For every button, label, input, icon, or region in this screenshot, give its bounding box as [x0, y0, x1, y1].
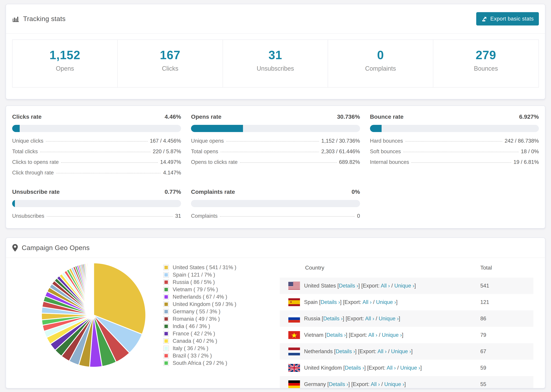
legend-item-russia[interactable]: Russia ( 86 / 5% ) [163, 279, 236, 286]
export-all-link[interactable]: All › [377, 348, 387, 354]
legend-item-netherlands[interactable]: Netherlands ( 67 / 4% ) [163, 293, 236, 301]
export-all-link[interactable]: All › [371, 381, 380, 387]
legend-item-romania[interactable]: Romania ( 49 / 3% ) [163, 315, 236, 322]
legend-item-spain[interactable]: Spain ( 121 / 7% ) [163, 271, 236, 279]
legend-swatch [163, 324, 169, 329]
legend-item-united-kingdom[interactable]: United Kingdom ( 59 / 3% ) [163, 301, 236, 308]
geo-country-table: Country Total United States [Details ›] … [280, 258, 533, 388]
export-all-link[interactable]: All › [365, 315, 374, 322]
stat-cell-bounces: 279 Bounces [433, 40, 538, 87]
country-cell: United Kingdom [Details ›] [Export: All … [304, 365, 480, 371]
rate-row: Internal bounces 19 / 6.81% [370, 159, 539, 165]
stat-cell-unsubscribes: 31 Unsubscribes [223, 40, 328, 87]
geo-body: United States ( 541 / 31% ) Spain ( 121 … [6, 258, 545, 388]
legend-item-india[interactable]: India ( 46 / 3% ) [163, 322, 236, 330]
export-unique-link[interactable]: Unique › [382, 332, 402, 338]
rate-progress-fill [370, 125, 381, 132]
export-unique-link[interactable]: Unique › [391, 348, 411, 354]
pie-slice-other[interactable] [93, 263, 94, 315]
dotted-leader [220, 216, 354, 217]
total-cell: 86 [480, 315, 533, 322]
export-unique-link[interactable]: Unique › [384, 381, 404, 387]
stat-cell-clicks: 167 Clicks [118, 40, 223, 87]
de-flag-icon [280, 380, 300, 388]
legend-item-germany[interactable]: Germany ( 55 / 3% ) [163, 308, 236, 315]
bar-chart-icon [12, 15, 19, 22]
table-row-russia: Russia [Details ›] [Export: All › / Uniq… [280, 310, 533, 327]
export-all-link[interactable]: All › [387, 365, 396, 371]
rate-row-label: Unique opens [191, 138, 224, 144]
total-cell: 67 [480, 348, 533, 355]
dotted-leader [40, 152, 150, 152]
export-unique-link[interactable]: Unique › [376, 299, 396, 305]
es-flag-icon [280, 298, 300, 306]
stat-cell-complaints: 0 Complaints [328, 40, 433, 87]
rate-block-opens-rate: Opens rate 30.736% Unique opens [191, 113, 360, 176]
rate-title-row: Complaints rate 0% [191, 189, 360, 195]
rate-row: Unique clicks 167 / 4.456% [12, 138, 181, 144]
details-link[interactable]: Details › [321, 299, 340, 305]
rate-row: Complaints 0 [191, 213, 360, 219]
legend-item-united-states[interactable]: United States ( 541 / 31% ) [163, 264, 236, 271]
legend-label: United Kingdom ( 59 / 3% ) [173, 301, 236, 307]
rate-row: Opens to clicks rate 689.82% [191, 159, 360, 165]
stat-label: Clicks [162, 65, 178, 72]
details-link[interactable]: Details › [323, 315, 343, 322]
rate-title-row: Bounce rate 6.927% [370, 113, 539, 120]
rate-rows: Unique clicks 167 / 4.456% Total clicks … [12, 138, 181, 176]
rate-rows: Hard bounces 242 / 86.738% Soft bounces … [370, 138, 539, 165]
export-unique-link[interactable]: Unique › [394, 283, 414, 289]
rate-row-label: Internal bounces [370, 159, 409, 165]
legend-item-italy[interactable]: Italy ( 36 / 2% ) [163, 345, 236, 352]
export-unique-link[interactable]: Unique › [400, 365, 420, 371]
country-cell: United States [Details ›] [Export: All ›… [304, 283, 480, 289]
legend-item-brazil[interactable]: Brazil ( 33 / 2% ) [163, 352, 236, 359]
rate-title: Unsubscribe rate [12, 189, 60, 195]
legend-label: Spain ( 121 / 7% ) [173, 272, 215, 278]
legend-item-canada[interactable]: Canada ( 40 / 2% ) [163, 337, 236, 345]
details-link[interactable]: Details › [345, 365, 364, 371]
stat-cell-opens: 1,152 Opens [13, 40, 118, 87]
rate-title-row: Opens rate 30.736% [191, 113, 360, 120]
legend-swatch [163, 331, 169, 336]
legend-item-france[interactable]: France ( 42 / 2% ) [163, 330, 236, 337]
table-row-spain: Spain [Details ›] [Export: All › / Uniqu… [280, 294, 533, 310]
map-pin-icon [12, 244, 18, 252]
export-all-link[interactable]: All › [381, 283, 390, 289]
dotted-leader [226, 141, 319, 142]
export-icon [481, 16, 487, 22]
legend-item-south-africa[interactable]: South Africa ( 29 / 2% ) [163, 359, 236, 367]
dotted-leader [61, 162, 158, 163]
tracking-stats-title-text: Tracking stats [23, 15, 65, 23]
export-unique-link[interactable]: Unique › [379, 315, 399, 322]
total-cell: 59 [480, 365, 533, 371]
rate-row: Total opens 2,303 / 61.446% [191, 148, 360, 155]
rate-block-complaints-rate: Complaints rate 0% Complaints 0 [191, 189, 360, 219]
total-cell: 541 [480, 283, 533, 289]
rate-progress-track [191, 125, 360, 132]
dotted-leader [411, 162, 511, 163]
rate-row-value: 19 / 6.81% [514, 159, 539, 165]
details-link[interactable]: Details › [336, 348, 355, 354]
stat-value: 1,152 [49, 48, 80, 62]
details-link[interactable]: Details › [326, 332, 346, 338]
rate-row: Unique opens 1,152 / 30.736% [191, 138, 360, 144]
stat-value: 167 [160, 48, 180, 62]
details-link[interactable]: Details › [339, 283, 358, 289]
legend-item-vietnam[interactable]: Vietnam ( 79 / 5% ) [163, 286, 236, 293]
legend-label: Russia ( 86 / 5% ) [173, 279, 215, 285]
legend-label: India ( 46 / 3% ) [173, 323, 210, 329]
export-basic-stats-button[interactable]: Export basic stats [476, 12, 539, 26]
total-cell: 55 [480, 381, 533, 387]
campaign-geo-opens-card: Campaign Geo Opens United States ( 541 /… [6, 238, 545, 388]
rate-title: Opens rate [191, 113, 221, 120]
rate-title-row: Unsubscribe rate 0.77% [12, 189, 181, 195]
rate-rows: Complaints 0 [191, 213, 360, 219]
rate-title: Clicks rate [12, 113, 42, 120]
export-all-link[interactable]: All › [362, 299, 372, 305]
dotted-leader [405, 141, 502, 142]
export-all-link[interactable]: All › [368, 332, 377, 338]
stat-value: 0 [377, 48, 384, 62]
details-link[interactable]: Details › [329, 381, 348, 387]
rate-row: Unsubscribes 31 [12, 213, 181, 219]
